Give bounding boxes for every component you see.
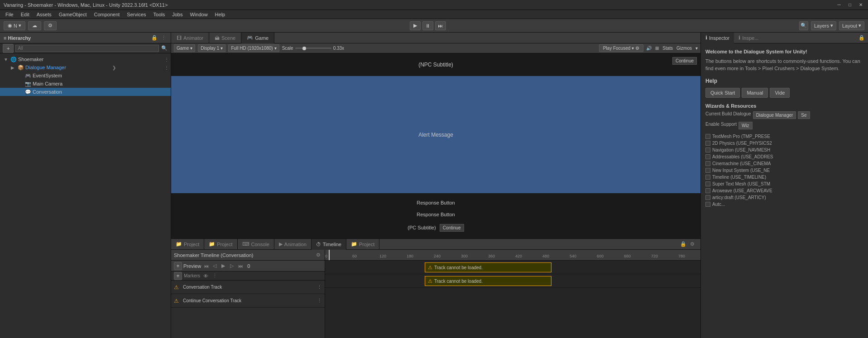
step-button[interactable]: ⏭ bbox=[435, 21, 446, 30]
menu-file[interactable]: File bbox=[2, 11, 17, 18]
define-checkbox-navigation[interactable] bbox=[705, 148, 710, 152]
inspector-tab-inspe2[interactable]: ℹ Inspe... bbox=[734, 33, 763, 43]
settings-button[interactable]: ⚙ bbox=[44, 21, 57, 30]
bottom-tab-animation[interactable]: ▶ Animation bbox=[274, 239, 312, 250]
define-checkbox-arcweave[interactable] bbox=[705, 188, 710, 193]
transport-start-icon[interactable]: ⏮ bbox=[202, 262, 210, 270]
resolution-dropdown[interactable]: Full HD (1920x1080) ▾ bbox=[228, 44, 279, 52]
menu-tools[interactable]: Tools bbox=[150, 11, 169, 18]
gizmos-label[interactable]: Gizmos bbox=[676, 46, 692, 51]
video-button[interactable]: Vide bbox=[770, 88, 790, 98]
tab-animator[interactable]: 🎞 Animator bbox=[171, 33, 209, 43]
menu-help[interactable]: Help bbox=[211, 11, 229, 18]
inspector-panel: ℹ Inspector ℹ Inspe... 🔒 Welcome to the … bbox=[700, 33, 868, 338]
menu-assets[interactable]: Assets bbox=[33, 11, 55, 18]
stats-label[interactable]: Stats bbox=[662, 46, 673, 51]
track-more-icon-1[interactable]: ⋮ bbox=[317, 284, 322, 290]
hierarchy-search-input[interactable] bbox=[15, 45, 159, 52]
define-checkbox-cinemachine[interactable] bbox=[705, 161, 710, 166]
tab-game[interactable]: 🎮 Game bbox=[241, 33, 274, 43]
pause-button[interactable]: ⏸ bbox=[422, 21, 433, 30]
ruler-mark-540: 540 bbox=[570, 254, 576, 258]
bottom-tab-console[interactable]: ⌨ Console bbox=[238, 239, 274, 250]
timeline-add-button[interactable]: + bbox=[174, 262, 182, 270]
define-checkbox-newinput[interactable] bbox=[705, 168, 710, 173]
hierarchy-add-button[interactable]: + bbox=[3, 44, 14, 53]
menu-edit[interactable]: Edit bbox=[17, 11, 33, 18]
wiz-button[interactable]: Wiz bbox=[739, 122, 753, 129]
hierarchy-item-dialogue-manager[interactable]: ▶ 📦 Dialogue Manager ❯ ⋮ bbox=[0, 63, 171, 71]
search-button[interactable]: 🔍 bbox=[799, 21, 808, 30]
scale-control: Scale 0.33x bbox=[282, 46, 344, 51]
hierarchy-item-camera[interactable]: 📷 Main Camera bbox=[0, 80, 171, 88]
track-clip-1[interactable]: ⚠ Track cannot be loaded. bbox=[425, 262, 551, 272]
play-button[interactable]: ▶ bbox=[410, 21, 421, 30]
menu-gameobject[interactable]: GameObject bbox=[55, 11, 91, 18]
bottom-tab-project1[interactable]: 📁 Project bbox=[171, 239, 204, 250]
menu-component[interactable]: Component bbox=[90, 11, 123, 18]
dialogue-manager-wizard-btn[interactable]: Dialogue Manager bbox=[753, 111, 796, 119]
inspector-lock-icon[interactable]: 🔒 bbox=[858, 34, 865, 42]
bottom-tab-project2[interactable]: 📁 Project bbox=[204, 239, 237, 250]
display-num-dropdown[interactable]: Display 1 ▾ bbox=[198, 44, 225, 52]
tab-scene[interactable]: 🏔 Scene bbox=[209, 33, 241, 43]
menu-window[interactable]: Window bbox=[186, 11, 211, 18]
ruler-mark-120: 120 bbox=[379, 254, 386, 258]
track-clip-2[interactable]: ⚠ Track cannot be loaded. bbox=[425, 276, 551, 286]
bottom-gear-icon[interactable]: ⚙ bbox=[689, 241, 696, 248]
define-checkbox-articy[interactable] bbox=[705, 195, 710, 200]
define-checkbox-addressables[interactable] bbox=[705, 154, 710, 159]
layers-dropdown[interactable]: Layers ▾ bbox=[811, 21, 836, 30]
track-more-icon-2[interactable]: ⋮ bbox=[317, 298, 322, 304]
hierarchy-menu-icon[interactable]: ⋮ bbox=[160, 34, 167, 42]
hierarchy-item-shoemaker[interactable]: ▼ 🌐 Shoemaker ⋮ bbox=[0, 55, 171, 63]
bottom-tab-timeline[interactable]: ⏱ Timeline bbox=[312, 239, 346, 250]
se-wizard-btn[interactable]: Se bbox=[798, 111, 810, 119]
dm-more-icon[interactable]: ⋮ bbox=[164, 65, 169, 70]
hierarchy-item-conversation[interactable]: 💬 Conversation bbox=[0, 88, 171, 96]
define-checkbox-textmesh[interactable] bbox=[705, 134, 710, 139]
menu-services[interactable]: Services bbox=[123, 11, 149, 18]
transport-end-icon[interactable]: ⏭ bbox=[237, 262, 244, 270]
inspector-tab-inspector[interactable]: ℹ Inspector bbox=[701, 33, 734, 43]
manual-button[interactable]: Manual bbox=[742, 88, 768, 98]
timeline-settings-icon[interactable]: ⚙ bbox=[315, 252, 322, 259]
markers-more-icon[interactable]: ⋮ bbox=[211, 272, 218, 280]
define-checkbox-autc[interactable] bbox=[705, 202, 710, 207]
cloud-button[interactable]: ☁ bbox=[28, 21, 41, 30]
transport-prev-icon[interactable]: ◁ bbox=[211, 262, 218, 270]
wizards-title: Wizards & Resources bbox=[705, 103, 863, 109]
response-button-1[interactable]: Response Button bbox=[417, 200, 455, 205]
define-checkbox-supertextmesh[interactable] bbox=[705, 181, 710, 186]
markers-eye-icon[interactable]: 👁 bbox=[202, 272, 209, 280]
transport-next-icon[interactable]: ▷ bbox=[228, 262, 235, 270]
game-display-dropdown[interactable]: Game ▾ bbox=[174, 44, 195, 52]
close-button[interactable]: ✕ bbox=[857, 1, 864, 9]
play-focused-dropdown[interactable]: Play Focused ▾ ⚙ bbox=[599, 44, 644, 52]
markers-add-button[interactable]: + bbox=[174, 272, 182, 280]
scene-tab-label: Scene bbox=[221, 35, 235, 41]
define-checkbox-timeline[interactable] bbox=[705, 175, 710, 180]
scale-slider-thumb[interactable] bbox=[302, 47, 306, 50]
window-title: Vanaring - Shoemaker - Windows, Mac, Lin… bbox=[4, 2, 168, 8]
project2-icon: 📁 bbox=[209, 241, 215, 247]
hierarchy-item-eventsystem[interactable]: 🎮 EventSystem bbox=[0, 71, 171, 80]
transport-play-icon[interactable]: ▶ bbox=[220, 262, 227, 270]
scale-slider-track[interactable] bbox=[295, 48, 331, 49]
timeline-playhead[interactable] bbox=[329, 250, 330, 260]
bottom-tab-project3[interactable]: 📁 Project bbox=[346, 239, 379, 250]
account-button[interactable]: ◉N▾ bbox=[4, 21, 25, 30]
response-button-2[interactable]: Response Button bbox=[417, 212, 455, 217]
continue-button-bottom[interactable]: Continue bbox=[440, 224, 464, 232]
minimize-button[interactable]: ─ bbox=[835, 1, 843, 9]
define-checkbox-2dphysics[interactable] bbox=[705, 141, 710, 146]
layout-dropdown[interactable]: Layout ▾ bbox=[839, 21, 864, 30]
quick-start-button[interactable]: Quick Start bbox=[705, 88, 740, 98]
maximize-button[interactable]: □ bbox=[846, 1, 854, 9]
hierarchy-search-icon[interactable]: 🔍 bbox=[161, 45, 168, 52]
hierarchy-lock-icon[interactable]: 🔒 bbox=[151, 34, 158, 42]
shoemaker-more-icon[interactable]: ⋮ bbox=[164, 57, 169, 62]
bottom-lock-icon[interactable]: 🔒 bbox=[680, 241, 687, 248]
continue-button-top[interactable]: Continue bbox=[672, 57, 697, 65]
menu-jobs[interactable]: Jobs bbox=[168, 11, 186, 18]
